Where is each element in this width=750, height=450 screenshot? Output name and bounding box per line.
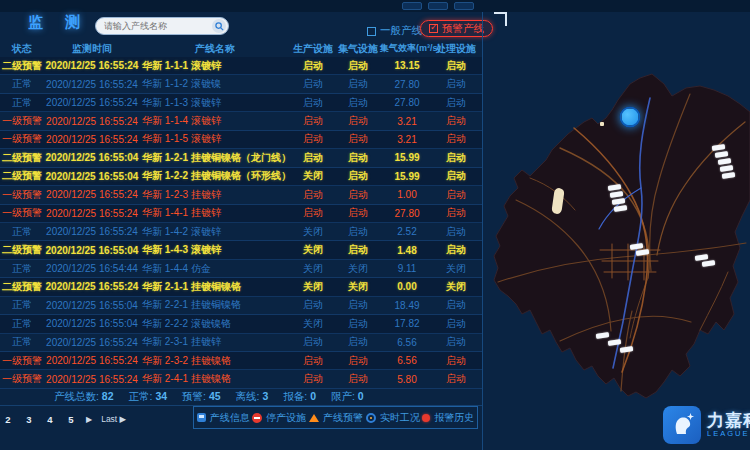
cell-name: 华新 1-2-3 挂镀锌 bbox=[140, 188, 290, 202]
column-header: 产线名称 bbox=[140, 42, 290, 56]
cell-gas: 启动 bbox=[336, 206, 380, 220]
cell-eff: 27.80 bbox=[380, 79, 434, 90]
table-row[interactable]: 一级预警2020/12/25 16:55:24华新 1-1-5 滚镀锌启动启动3… bbox=[0, 131, 482, 149]
cell-gas: 启动 bbox=[336, 169, 380, 183]
last-page-button[interactable]: Last ▶ bbox=[101, 414, 126, 424]
cell-eff: 27.80 bbox=[380, 97, 434, 108]
cell-status: 一级预警 bbox=[0, 132, 44, 146]
top-strip bbox=[0, 0, 750, 12]
district-map[interactable] bbox=[482, 12, 750, 450]
window-tab[interactable] bbox=[454, 2, 474, 10]
page-number[interactable]: 4 bbox=[44, 414, 56, 425]
cell-gas: 启动 bbox=[336, 96, 380, 110]
cell-time: 2020/12/25 16:55:24 bbox=[44, 281, 140, 292]
table-row[interactable]: 正常2020/12/25 16:55:24华新 1-1-3 滚镀锌启动启动27.… bbox=[0, 94, 482, 112]
cell-gas: 启动 bbox=[336, 114, 380, 128]
tri-icon bbox=[309, 414, 319, 422]
cell-prod: 启动 bbox=[290, 59, 336, 73]
cell-treat: 关闭 bbox=[434, 280, 478, 294]
cell-eff: 1.48 bbox=[380, 245, 434, 256]
cell-name: 华新 2-2-1 挂镀铜镍铬 bbox=[140, 298, 290, 312]
table-row[interactable]: 一级预警2020/12/25 16:55:24华新 1-1-4 滚镀锌启动启动3… bbox=[0, 112, 482, 130]
cell-status: 一级预警 bbox=[0, 206, 44, 220]
monitor-table: 状态监测时间产线名称生产设施集气设施集气效率(m³/s)处理设施 二级预警202… bbox=[0, 40, 482, 389]
cell-treat: 启动 bbox=[434, 372, 478, 386]
table-row[interactable]: 一级预警2020/12/25 16:55:24华新 2-4-1 挂镀镍铬启动启动… bbox=[0, 370, 482, 388]
cell-eff: 15.99 bbox=[380, 171, 434, 182]
legend-item-dot[interactable]: 报警历史 bbox=[422, 411, 474, 425]
summary-item: 离线: 3 bbox=[236, 390, 269, 404]
device-location-marker[interactable] bbox=[620, 107, 641, 128]
cell-prod: 关闭 bbox=[290, 169, 336, 183]
legend-label: 实时工况 bbox=[380, 411, 420, 425]
table-row[interactable]: 正常2020/12/25 16:55:04华新 2-2-2 滚镀镍铬关闭启动17… bbox=[0, 315, 482, 333]
checkbox-icon[interactable] bbox=[367, 27, 376, 36]
cell-status: 正常 bbox=[0, 298, 44, 312]
general-lines-checkbox[interactable]: 一般产线 bbox=[367, 24, 422, 38]
checked-checkbox-icon bbox=[429, 24, 438, 33]
table-row[interactable]: 一级预警2020/12/25 16:55:24华新 2-3-2 挂镀镍铬启动启动… bbox=[0, 352, 482, 370]
cell-status: 二级预警 bbox=[0, 59, 44, 73]
table-row[interactable]: 正常2020/12/25 16:54:44华新 1-4-4 仿金关闭关闭9.11… bbox=[0, 260, 482, 278]
next-page-icon[interactable]: ▶ bbox=[86, 415, 92, 424]
table-row[interactable]: 二级预警2020/12/25 16:55:04华新 1-2-2 挂镀铜镍铬（环形… bbox=[0, 168, 482, 186]
cell-gas: 启动 bbox=[336, 188, 380, 202]
table-row[interactable]: 一级预警2020/12/25 16:55:24华新 1-4-1 挂镀锌启动启动2… bbox=[0, 205, 482, 223]
cell-name: 华新 1-1-5 滚镀锌 bbox=[140, 132, 290, 146]
cell-name: 华新 1-1-4 滚镀锌 bbox=[140, 114, 290, 128]
table-row[interactable]: 正常2020/12/25 16:55:24华新 1-4-2 滚镀锌关闭启动2.5… bbox=[0, 223, 482, 241]
cell-time: 2020/12/25 16:55:24 bbox=[44, 79, 140, 90]
legend-item-tri[interactable]: 产线预警 bbox=[309, 411, 363, 425]
cell-gas: 启动 bbox=[336, 335, 380, 349]
cell-gas: 启动 bbox=[336, 225, 380, 239]
cell-gas: 关闭 bbox=[336, 262, 380, 276]
window-tab[interactable] bbox=[402, 2, 422, 10]
cell-eff: 15.99 bbox=[380, 152, 434, 163]
cell-time: 2020/12/25 16:55:24 bbox=[44, 208, 140, 219]
cell-prod: 启动 bbox=[290, 132, 336, 146]
summary-item: 限产: 0 bbox=[331, 390, 364, 404]
search-box[interactable] bbox=[95, 17, 229, 35]
cell-gas: 启动 bbox=[336, 354, 380, 368]
search-icon[interactable] bbox=[212, 19, 226, 33]
general-lines-label: 一般产线 bbox=[380, 24, 422, 38]
cell-prod: 启动 bbox=[290, 96, 336, 110]
table-row[interactable]: 一级预警2020/12/25 16:55:24华新 1-2-3 挂镀锌启动启动1… bbox=[0, 186, 482, 204]
cell-prod: 启动 bbox=[290, 335, 336, 349]
table-row[interactable]: 二级预警2020/12/25 16:55:24华新 1-1-1 滚镀锌启动启动1… bbox=[0, 57, 482, 75]
window-tab[interactable] bbox=[428, 2, 448, 10]
cell-name: 华新 2-3-1 挂镀锌 bbox=[140, 335, 290, 349]
cell-treat: 关闭 bbox=[434, 262, 478, 276]
map-poi-dot bbox=[600, 122, 604, 126]
cell-name: 华新 2-4-1 挂镀镍铬 bbox=[140, 372, 290, 386]
cell-status: 正常 bbox=[0, 96, 44, 110]
page-number[interactable]: 2 bbox=[2, 414, 14, 425]
cell-gas: 启动 bbox=[336, 243, 380, 257]
dot-icon bbox=[422, 414, 430, 422]
legend-label: 停产设施 bbox=[266, 411, 306, 425]
page-number[interactable]: 5 bbox=[65, 414, 77, 425]
table-row[interactable]: 正常2020/12/25 16:55:24华新 1-1-2 滚镀镍启动启动27.… bbox=[0, 75, 482, 93]
table-row[interactable]: 正常2020/12/25 16:55:24华新 2-3-1 挂镀锌启动启动6.5… bbox=[0, 334, 482, 352]
legend-item-stop[interactable]: 停产设施 bbox=[252, 411, 306, 425]
cell-prod: 关闭 bbox=[290, 262, 336, 276]
cell-treat: 启动 bbox=[434, 151, 478, 165]
table-row[interactable]: 二级预警2020/12/25 16:55:04华新 1-4-3 滚镀锌关闭启动1… bbox=[0, 241, 482, 259]
table-row[interactable]: 二级预警2020/12/25 16:55:04华新 1-2-1 挂镀铜镍铬（龙门… bbox=[0, 149, 482, 167]
legend-item-flag[interactable]: 产线信息 bbox=[197, 411, 250, 425]
table-row[interactable]: 正常2020/12/25 16:55:04华新 2-2-1 挂镀铜镍铬启动启动1… bbox=[0, 297, 482, 315]
search-input[interactable] bbox=[104, 21, 212, 31]
legend-item-gauge[interactable]: 实时工况 bbox=[366, 411, 420, 425]
cell-eff: 0.00 bbox=[380, 281, 434, 292]
summary-item: 报备: 0 bbox=[283, 390, 316, 404]
page-number[interactable]: 3 bbox=[23, 414, 35, 425]
cell-eff: 27.80 bbox=[380, 208, 434, 219]
cell-time: 2020/12/25 16:55:24 bbox=[44, 355, 140, 366]
cell-eff: 9.11 bbox=[380, 263, 434, 274]
cell-time: 2020/12/25 16:55:24 bbox=[44, 116, 140, 127]
table-row[interactable]: 二级预警2020/12/25 16:55:24华新 2-1-1 挂镀铜镍铬关闭关… bbox=[0, 278, 482, 296]
cell-prod: 关闭 bbox=[290, 225, 336, 239]
cell-eff: 3.21 bbox=[380, 134, 434, 145]
summary-item: 产线总数: 82 bbox=[54, 390, 114, 404]
cell-treat: 启动 bbox=[434, 59, 478, 73]
